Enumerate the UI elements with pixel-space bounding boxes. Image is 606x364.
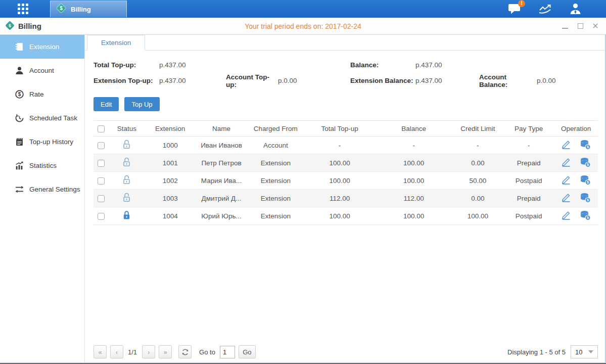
col-status: Status <box>109 121 145 136</box>
cell-total-topup: 100.00 <box>304 172 376 190</box>
minimize-button[interactable] <box>562 23 569 30</box>
go-button[interactable]: Go <box>239 345 256 358</box>
table-row: 1004 Юрий Юрь... Extension 100.00 100.00… <box>94 207 598 225</box>
account-balance-label: Account Balance: <box>479 73 537 88</box>
lock-open-icon <box>122 175 131 186</box>
displaying-text: Displaying 1 - 5 of 5 <box>507 348 566 356</box>
user-account-button[interactable] <box>569 3 582 15</box>
refresh-button[interactable] <box>178 345 192 358</box>
notification-badge: ! <box>518 0 525 7</box>
first-page-button[interactable]: « <box>94 345 107 358</box>
sidebar-item-topup-history[interactable]: Top-up History <box>0 130 84 154</box>
cell-credit-limit: 100.00 <box>452 207 503 225</box>
cell-name: Дмитрий Д... <box>196 190 248 207</box>
cell-extension: 1003 <box>145 190 196 207</box>
edit-row-icon[interactable] <box>561 140 571 151</box>
cell-total-topup: 100.00 <box>304 154 376 172</box>
select-all-checkbox[interactable] <box>98 125 105 132</box>
row-checkbox[interactable] <box>98 213 105 220</box>
billing-diamond-icon: $ <box>56 3 67 16</box>
prev-page-button[interactable]: ‹ <box>110 345 123 358</box>
close-button[interactable]: ✕ <box>592 23 599 30</box>
line-chart-icon <box>538 4 552 15</box>
pagination-bar: « ‹ 1/1 › » Go to Go Displaying 1 - 5 of… <box>94 345 598 358</box>
balance-value: p.437.00 <box>415 61 442 69</box>
page-size-select[interactable]: 10 <box>571 345 598 358</box>
cell-extension: 1004 <box>145 207 196 225</box>
edit-row-icon[interactable] <box>561 193 571 204</box>
table-row: 1001 Петр Петров Extension 100.00 100.00… <box>94 154 598 172</box>
sidebar: Extension Account $ Rate Scheduled Task … <box>0 35 85 362</box>
page-indicator: 1/1 <box>128 348 137 356</box>
extension-balance-value: p.437.00 <box>415 77 479 84</box>
edit-row-icon[interactable] <box>561 157 571 168</box>
tab-strip: Extension <box>85 35 605 51</box>
row-checkbox[interactable] <box>98 195 105 202</box>
statistics-icon <box>15 161 24 170</box>
top-up-row-icon[interactable]: $ <box>580 157 591 169</box>
taskbar-tab-billing[interactable]: $ Billing <box>50 1 127 17</box>
goto-label: Go to <box>199 348 215 356</box>
extension-topup-label: Extension Top-up: <box>94 77 159 84</box>
cell-pay-type: Prepaid <box>503 190 554 207</box>
cell-credit-limit: - <box>452 136 503 154</box>
page-size-value: 10 <box>575 348 582 356</box>
cell-balance: 112.00 <box>376 190 452 207</box>
cell-charged-from: Extension <box>247 207 304 225</box>
top-up-row-icon[interactable]: $ <box>580 193 591 204</box>
cell-extension: 1000 <box>145 136 196 154</box>
account-topup-value: p.0.00 <box>278 77 350 84</box>
col-pay-type: Pay Type <box>503 121 554 136</box>
sidebar-item-extension[interactable]: Extension <box>0 35 84 59</box>
sidebar-item-label: Extension <box>29 43 59 51</box>
row-checkbox[interactable] <box>98 160 105 167</box>
extension-table: Status Extension Name Charged From Total… <box>94 120 598 225</box>
top-up-row-icon[interactable]: $ <box>580 210 591 222</box>
cell-name: Иван Иванов <box>196 136 248 154</box>
cell-extension: 1001 <box>145 154 196 172</box>
row-checkbox[interactable] <box>98 177 105 185</box>
sidebar-item-label: Top-up History <box>29 138 73 146</box>
svg-text:$: $ <box>60 6 63 11</box>
row-checkbox[interactable] <box>98 142 105 149</box>
col-total-topup: Total Top-up <box>304 121 376 136</box>
top-bar: $ Billing ! <box>0 0 606 18</box>
statistics-shortcut-button[interactable] <box>538 4 552 15</box>
extension-icon <box>15 42 24 51</box>
cell-credit-limit: 0.00 <box>452 190 503 207</box>
svg-text:$: $ <box>18 92 21 97</box>
sidebar-item-rate[interactable]: $ Rate <box>0 82 84 106</box>
main-panel: Extension Total Top-up: p.437.00 Balance… <box>85 35 605 362</box>
table-header-row: Status Extension Name Charged From Total… <box>94 121 598 136</box>
goto-page-input[interactable] <box>220 346 235 358</box>
edit-button[interactable]: Edit <box>94 97 119 111</box>
notifications-button[interactable]: ! <box>508 3 522 15</box>
account-balance-value: p.0.00 <box>537 77 556 84</box>
last-page-button[interactable]: » <box>159 345 172 358</box>
sidebar-item-general-settings[interactable]: General Settings <box>0 177 84 201</box>
cell-pay-type: Postpaid <box>503 172 554 190</box>
sidebar-item-label: Rate <box>29 90 44 98</box>
sidebar-item-account[interactable]: Account <box>0 59 84 82</box>
tab-extension[interactable]: Extension <box>87 35 145 51</box>
sidebar-item-statistics[interactable]: Statistics <box>0 154 84 177</box>
col-extension: Extension <box>145 121 196 136</box>
top-up-row-icon[interactable]: $ <box>580 140 591 151</box>
refresh-icon <box>181 348 189 356</box>
top-up-button[interactable]: Top Up <box>124 97 159 111</box>
sidebar-item-scheduled-task[interactable]: Scheduled Task <box>0 106 84 130</box>
summary-section: Total Top-up: p.437.00 Balance: p.437.00… <box>94 57 598 88</box>
cell-charged-from: Extension <box>247 172 304 190</box>
top-up-row-icon[interactable]: $ <box>580 175 591 187</box>
cell-extension: 1002 <box>145 172 196 190</box>
cell-balance: 100.00 <box>376 172 452 190</box>
maximize-button[interactable] <box>577 23 584 30</box>
edit-row-icon[interactable] <box>561 210 571 221</box>
apps-grid-icon[interactable] <box>18 4 28 14</box>
table-row: 1000 Иван Иванов Account - - - - $ <box>94 136 598 154</box>
edit-row-icon[interactable] <box>561 175 571 186</box>
col-credit-limit: Credit Limit <box>452 121 503 136</box>
next-page-button[interactable]: › <box>142 345 155 358</box>
table-row: 1003 Дмитрий Д... Extension 112.00 112.0… <box>94 190 598 207</box>
general-settings-icon <box>15 185 24 194</box>
